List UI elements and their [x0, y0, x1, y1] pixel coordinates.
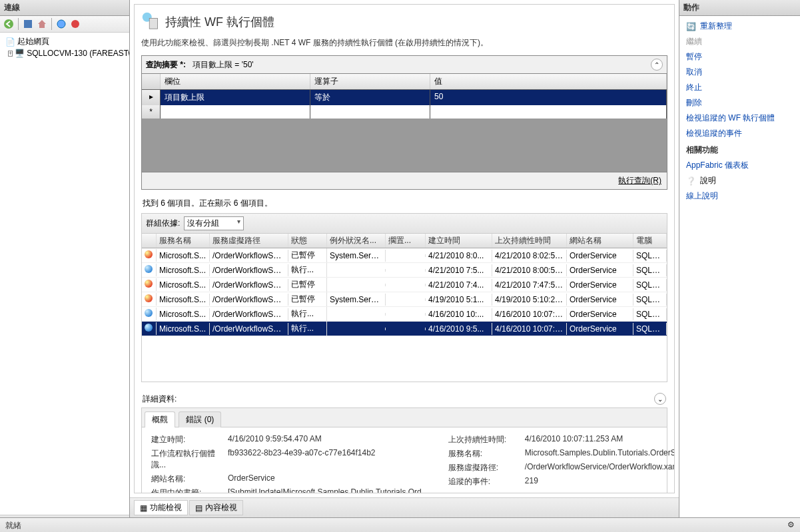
home-icon[interactable]	[36, 18, 48, 30]
detail-bookmark-label: 作用中的書籤:	[151, 487, 228, 493]
detail-id: fb933622-8b23-4e39-a07c-c77e164f14b2	[228, 448, 422, 471]
table-row[interactable]: Microsoft.S.../OrderWorkflowSer...執行...4…	[142, 307, 667, 322]
col-exception[interactable]: 例外狀況名...	[327, 234, 386, 248]
col-computer[interactable]: 電腦	[633, 234, 667, 248]
save-icon[interactable]	[22, 18, 34, 30]
query-box: 查詢摘要 *: 項目數上限 = '50' ⌃ 欄位 運算子 值 ▸ 項目數上限	[141, 55, 667, 190]
center-panel: 持續性 WF 執行個體 使用此功能來檢視、篩選與控制長期 .NET 4 WF 服…	[130, 0, 679, 517]
features-view-tab[interactable]: ▦ 功能檢視	[134, 500, 188, 515]
action-terminate[interactable]: 終止	[679, 80, 800, 95]
svg-point-2	[57, 20, 65, 28]
table-row[interactable]: Microsoft.S.../OrderWorkflowSer...執行...4…	[142, 322, 667, 336]
group-select[interactable]: 沒有分組	[184, 216, 244, 230]
page-icon: 📄	[5, 37, 15, 47]
status-dot-icon	[145, 324, 153, 332]
status-bar: 就緒 ⚙︎	[0, 517, 800, 532]
connections-panel: 連線 📄 起始網頁 + 🖥️ SQLLOCVM-130 (FAREASTws	[0, 0, 130, 517]
run-query-link[interactable]: 執行查詢(R)	[618, 176, 661, 185]
status-dot-icon	[145, 265, 153, 273]
tree-root[interactable]: 📄 起始網頁	[1, 35, 128, 48]
query-new-row[interactable]: *	[142, 105, 667, 119]
results-grid: 服務名稱 服務虛擬路徑 狀態 例外狀況名... 擱置... 建立時間 上次持續性…	[141, 233, 667, 382]
expand-icon[interactable]: +	[8, 51, 13, 57]
tree-server-label: SQLLOCVM-130 (FAREASTws	[27, 49, 129, 58]
action-dashboard[interactable]: AppFabric 儀表板	[679, 158, 800, 173]
query-col-field[interactable]: 欄位	[161, 74, 310, 89]
refresh-icon: 🔄	[686, 22, 696, 31]
col-last-persist[interactable]: 上次持續性時間	[492, 234, 567, 248]
server-large-icon	[141, 11, 160, 32]
detail-path-label: 服務虛擬路徑:	[448, 462, 525, 473]
action-cancel[interactable]: 取消	[679, 65, 800, 80]
group-label: 群組依據:	[146, 218, 180, 229]
details-tabs: 概觀 錯誤 (0)	[142, 408, 667, 427]
page-description: 使用此功能來檢視、篩選與控制長期 .NET 4 WF 服務的持續性執行個體 (在…	[141, 37, 667, 49]
table-row[interactable]: Microsoft.S.../OrderWorkflowSer...已暫停Sys…	[142, 292, 667, 307]
query-summary: 查詢摘要 *: 項目數上限 = '50'	[146, 59, 254, 71]
action-refresh[interactable]: 🔄重新整理	[679, 19, 800, 34]
col-site[interactable]: 網站名稱	[567, 234, 633, 248]
action-online-help[interactable]: 線上說明	[679, 188, 800, 204]
detail-lp-label: 上次持續性時間:	[448, 434, 525, 445]
status-ready: 就緒	[5, 520, 21, 530]
query-grid: 欄位 運算子 值 ▸ 項目數上限 等於 50 *	[142, 74, 667, 172]
separator	[51, 18, 52, 30]
svg-rect-1	[24, 20, 32, 28]
sites-icon[interactable]	[55, 18, 67, 30]
details-box: 概觀 錯誤 (0) 建立時間:4/16/2010 9:59:54.470 AM …	[141, 407, 667, 493]
action-view-events[interactable]: 檢視追蹤的事件	[679, 126, 800, 141]
table-row[interactable]: Microsoft.S.../OrderWorkflowSer...已暫停Sys…	[142, 248, 667, 263]
action-help[interactable]: ❔說明	[679, 173, 800, 188]
detail-lp: 4/16/2010 10:07:11.253 AM	[525, 434, 675, 445]
svg-rect-5	[149, 19, 157, 29]
connections-tree[interactable]: 📄 起始網頁 + 🖥️ SQLLOCVM-130 (FAREASTws	[0, 33, 129, 515]
details-title: 詳細資料:	[143, 394, 177, 405]
query-row-value[interactable]: 50	[430, 90, 667, 105]
query-row[interactable]: ▸ 項目數上限 等於 50	[142, 90, 667, 105]
action-delete[interactable]: 刪除	[679, 95, 800, 111]
connections-title: 連線	[0, 0, 129, 16]
tab-overview[interactable]: 概觀	[145, 411, 175, 427]
content-view-tab[interactable]: ▤ 內容檢視	[189, 500, 243, 515]
query-summary-label: 查詢摘要 *:	[146, 60, 186, 69]
col-state[interactable]: 狀態	[288, 234, 327, 248]
col-virtual-path[interactable]: 服務虛擬路徑	[210, 234, 288, 248]
separator	[18, 18, 19, 30]
actions-related-section: 相關功能	[679, 141, 800, 158]
tree-server[interactable]: + 🖥️ SQLLOCVM-130 (FAREASTws	[1, 48, 128, 59]
col-created[interactable]: 建立時間	[426, 234, 492, 248]
col-idle[interactable]: 擱置...	[386, 234, 426, 248]
collapse-icon[interactable]: ⌃	[651, 59, 663, 71]
actions-title: 動作	[679, 0, 800, 16]
query-col-value[interactable]: 值	[430, 74, 667, 89]
action-pause[interactable]: 暫停	[679, 49, 800, 65]
table-row[interactable]: Microsoft.S.../OrderWorkflowSer...執行...4…	[142, 263, 667, 278]
tree-root-label: 起始網頁	[17, 36, 49, 47]
status-dot-icon	[145, 250, 153, 258]
config-icon[interactable]: ⚙︎	[787, 520, 795, 530]
detail-created-label: 建立時間:	[151, 434, 228, 445]
svg-point-0	[4, 19, 13, 29]
detail-track-label: 追蹤的事件:	[448, 476, 525, 487]
detail-svc: Microsoft.Samples.Dublin.Tutorials.Order…	[525, 448, 675, 459]
col-service-name[interactable]: 服務名稱	[157, 234, 210, 248]
table-row[interactable]: Microsoft.S.../OrderWorkflowSer...已暫停4/2…	[142, 278, 667, 292]
query-row-operator[interactable]: 等於	[310, 90, 430, 105]
query-row-field[interactable]: 項目數上限	[161, 90, 310, 105]
stop-icon[interactable]	[69, 18, 81, 30]
detail-bookmark: [SubmitUpdate|Microsoft.Samples.Dublin.T…	[228, 487, 422, 493]
new-row-icon: *	[142, 105, 161, 119]
status-dot-icon	[145, 309, 153, 317]
status-dot-icon	[145, 280, 153, 288]
detail-created: 4/16/2010 9:59:54.470 AM	[228, 434, 422, 445]
action-resume: 繼續	[679, 34, 800, 49]
query-col-operator[interactable]: 運算子	[310, 74, 430, 89]
server-icon: 🖥️	[15, 49, 25, 58]
row-selector-icon[interactable]: ▸	[142, 90, 161, 105]
detail-track: 219	[525, 476, 675, 487]
status-dot-icon	[145, 294, 153, 302]
back-icon[interactable]	[3, 18, 15, 30]
action-view-tracked-wf[interactable]: 檢視追蹤的 WF 執行個體	[679, 111, 800, 126]
details-collapse-icon[interactable]: ⌄	[654, 393, 666, 405]
tab-errors[interactable]: 錯誤 (0)	[179, 411, 221, 427]
